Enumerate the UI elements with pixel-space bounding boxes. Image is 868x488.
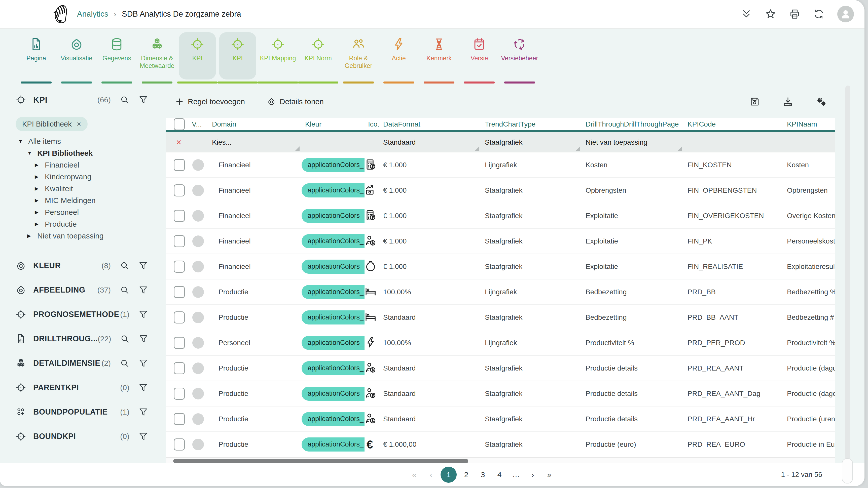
money-bag-icon[interactable]: [365, 260, 377, 272]
tree-item-personeel[interactable]: ▶Personeel: [16, 206, 162, 218]
tree-item-kpi-bibliotheek[interactable]: ▼KPI Bibliotheek: [16, 147, 162, 159]
color-chip[interactable]: applicationColors_: [302, 183, 365, 197]
breadcrumb-app-link[interactable]: Analytics: [77, 9, 108, 19]
filter-icon[interactable]: [138, 261, 148, 270]
show-details-button[interactable]: Details tonen: [267, 97, 324, 106]
save-icon[interactable]: [749, 96, 760, 107]
row-checkbox[interactable]: [174, 210, 185, 222]
filter-cell-select[interactable]: ×: [166, 132, 188, 153]
sidebar-section-boundkpi[interactable]: BOUNDKPI(0): [16, 424, 162, 449]
search-icon[interactable]: [120, 358, 129, 368]
row-checkbox[interactable]: [174, 438, 185, 451]
row-checkbox[interactable]: [174, 235, 185, 247]
filter-resize-handle[interactable]: [475, 147, 479, 151]
sidebar-section-prognosemethode[interactable]: PROGNOSEMETHODE(1): [16, 302, 162, 326]
row-checkbox[interactable]: [174, 413, 185, 425]
col-header-kpinaam[interactable]: KPINaam: [783, 120, 835, 128]
invoice-calculator-icon[interactable]: [365, 159, 377, 170]
vertical-scrollbar-thumb[interactable]: [842, 458, 853, 484]
table-row[interactable]: FinancieelapplicationColors_€ 1.000Staaf…: [166, 229, 835, 254]
filter-icon[interactable]: [138, 383, 148, 392]
add-rule-button[interactable]: Regel toevoegen: [175, 97, 245, 106]
color-chip[interactable]: applicationColors_: [302, 285, 365, 299]
col-header-dataformat[interactable]: DataFormat: [380, 120, 481, 128]
sidebar-section-afbeelding[interactable]: AFBEELDING(37): [16, 278, 162, 302]
page-button-3[interactable]: 3: [476, 470, 490, 479]
caret-down-icon[interactable]: ▼: [27, 151, 37, 156]
color-chip[interactable]: applicationColors_: [302, 361, 365, 375]
color-chip[interactable]: applicationColors_: [302, 209, 365, 223]
color-chip[interactable]: applicationColors_: [302, 234, 365, 248]
sidebar-section-drillthroug[interactable]: DRILLTHROUG...(22): [16, 326, 162, 351]
caret-right-icon[interactable]: ▶: [35, 221, 45, 227]
chip-close-icon[interactable]: ×: [77, 120, 81, 128]
refresh-icon[interactable]: [813, 8, 825, 20]
money-chart-icon[interactable]: [365, 184, 377, 196]
tab-pagina-0[interactable]: Pagina: [16, 32, 56, 84]
filter-icon[interactable]: [138, 432, 148, 441]
color-chip[interactable]: applicationColors_: [302, 387, 365, 401]
tab-role-gebruiker-8[interactable]: Role & Gebruiker: [338, 32, 379, 84]
select-all-checkbox[interactable]: [174, 118, 185, 130]
page-button-4[interactable]: 4: [492, 470, 506, 479]
invoice-calculator-icon[interactable]: [365, 209, 377, 221]
search-icon[interactable]: [120, 261, 129, 270]
table-row[interactable]: ProductieapplicationColors_StandaardStaa…: [166, 356, 835, 381]
tab-kpi-5[interactable]: KPI: [217, 32, 258, 84]
filter-cell-kleur[interactable]: [302, 132, 365, 153]
euro-icon[interactable]: €: [367, 438, 373, 451]
caret-right-icon[interactable]: ▶: [35, 197, 45, 203]
row-checkbox[interactable]: [174, 159, 185, 171]
person-coin-icon[interactable]: [365, 235, 377, 247]
page-button-2[interactable]: 2: [459, 470, 473, 479]
caret-down-icon[interactable]: ▼: [18, 139, 28, 144]
person-coin-icon[interactable]: [365, 362, 377, 374]
filter-resize-handle[interactable]: [677, 147, 682, 151]
tab-versie-11[interactable]: Versie: [459, 32, 499, 84]
collapse-all-icon[interactable]: [741, 8, 752, 20]
row-checkbox[interactable]: [174, 286, 185, 298]
table-row[interactable]: FinancieelapplicationColors_€ 1.000Staaf…: [166, 203, 835, 229]
tab-gegevens-2[interactable]: Gegevens: [97, 32, 137, 84]
tab-actie-9[interactable]: Actie: [379, 32, 419, 84]
lightning-icon[interactable]: [365, 336, 377, 348]
row-checkbox[interactable]: [174, 362, 185, 374]
table-row[interactable]: ProductieapplicationColors_StandaardStaa…: [166, 381, 835, 406]
tree-item-productie[interactable]: ▶Productie: [16, 218, 162, 230]
tree-item-mic-meldingen[interactable]: ▶MIC Meldingen: [16, 194, 162, 206]
filter-cell-trend[interactable]: Staafgrafiek: [481, 132, 582, 153]
bed-icon[interactable]: [365, 311, 377, 323]
tab-kenmerk-10[interactable]: Kenmerk: [419, 32, 459, 84]
col-header-v[interactable]: V...: [188, 120, 209, 128]
tab-dimensie-meetwaarde-3[interactable]: Dimensie & Meetwaarde: [137, 32, 177, 84]
filter-resize-handle[interactable]: [576, 147, 580, 151]
row-checkbox[interactable]: [174, 184, 185, 196]
tree-item-alle-items[interactable]: ▼Alle items: [16, 135, 162, 147]
vertical-scrollbar[interactable]: [845, 86, 850, 483]
sidebar-section-kleur[interactable]: KLEUR(8): [16, 253, 162, 278]
table-row[interactable]: ProductieapplicationColors_StandaardStaa…: [166, 305, 835, 330]
table-row[interactable]: FinancieelapplicationColors_€ 1.000Staaf…: [166, 254, 835, 280]
filter-cell-domain[interactable]: Kies...: [209, 132, 302, 153]
tab-kpi-norm-7[interactable]: KPI Norm: [298, 32, 338, 84]
color-chip[interactable]: applicationColors_: [302, 311, 365, 325]
col-header-kpicode[interactable]: KPICode: [684, 120, 783, 128]
page-next-button[interactable]: ›: [526, 470, 540, 480]
table-row[interactable]: FinancieelapplicationColors_€ 1.000Staaf…: [166, 178, 835, 203]
caret-right-icon[interactable]: ▶: [35, 174, 45, 180]
favorite-star-icon[interactable]: [765, 8, 776, 20]
search-icon[interactable]: [120, 285, 129, 295]
filter-icon[interactable]: [138, 95, 148, 105]
col-header-drill[interactable]: DrillThroughDrillThroughPage: [582, 120, 684, 128]
search-icon[interactable]: [120, 95, 129, 105]
tree-item-kwaliteit[interactable]: ▶Kwaliteit: [16, 183, 162, 194]
color-chip[interactable]: applicationColors_: [302, 158, 365, 172]
table-row[interactable]: ProductieapplicationColors_€€ 1.000,00St…: [166, 432, 835, 457]
color-chip[interactable]: applicationColors_: [302, 412, 365, 426]
tree-item-niet-van-toepassing[interactable]: ▶Niet van toepassing: [16, 230, 162, 242]
horizontal-scrollbar[interactable]: [166, 457, 835, 463]
tab-visualisatie-1[interactable]: Visualisatie: [56, 32, 97, 84]
clear-filters-button[interactable]: ×: [176, 138, 181, 147]
page-first-button[interactable]: «: [407, 470, 422, 480]
col-header-kleur[interactable]: Kleur: [302, 120, 365, 128]
